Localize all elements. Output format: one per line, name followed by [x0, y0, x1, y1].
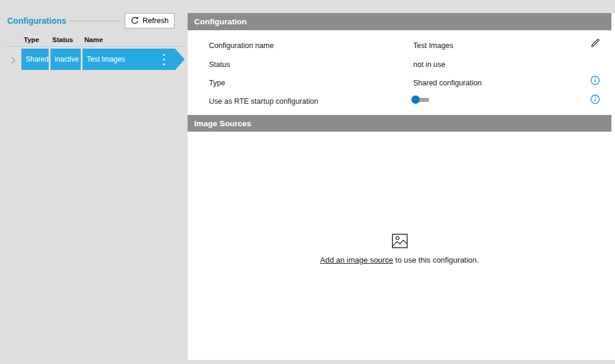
- refresh-label: Refresh: [142, 17, 169, 25]
- selection-arrow: [175, 49, 185, 70]
- pencil-icon: [590, 41, 600, 50]
- rte-info-button[interactable]: [590, 94, 600, 104]
- image-sources-section-header: Image Sources: [188, 115, 611, 132]
- column-header-name: Name: [84, 36, 103, 43]
- configurations-title: Configurations: [7, 16, 66, 25]
- image-sources-section-title: Image Sources: [194, 119, 251, 128]
- type-info-button[interactable]: [590, 75, 600, 85]
- image-sources-body: Add an image source to use this configur…: [188, 132, 615, 360]
- configuration-section-title: Configuration: [194, 17, 246, 26]
- row-name-label: Test Images: [87, 55, 125, 63]
- info-icon: [590, 78, 600, 87]
- configuration-section-header: Configuration: [188, 13, 611, 30]
- row-cell-status[interactable]: inactive: [50, 49, 81, 70]
- row-expander-chevron-icon[interactable]: [11, 56, 16, 63]
- add-image-source-link[interactable]: Add an image source: [320, 256, 393, 264]
- field-label-type: Type: [209, 79, 225, 87]
- field-label-rte-startup: Use as RTE startup configuration: [209, 97, 318, 106]
- empty-state: Add an image source to use this configur…: [188, 234, 611, 264]
- refresh-button[interactable]: Refresh: [125, 13, 175, 28]
- empty-state-text: Add an image source to use this configur…: [188, 256, 611, 264]
- configurations-panel: Configurations Refresh Type Status Name …: [0, 0, 188, 364]
- field-value-type: Shared configuration: [413, 79, 481, 87]
- table-header-divider: [5, 46, 185, 47]
- field-value-status: not in use: [413, 60, 445, 69]
- empty-state-suffix: to use this configuration.: [393, 256, 479, 264]
- app-window: { "colors": { "accent_blue_row": "#29a9e…: [0, 0, 615, 364]
- edit-name-button[interactable]: [590, 38, 600, 48]
- toggle-knob: [411, 95, 420, 104]
- detail-panel: Configuration Configuration name Test Im…: [188, 13, 615, 360]
- title-divider: [69, 21, 121, 21]
- field-label-configuration-name: Configuration name: [209, 41, 274, 50]
- image-placeholder-icon: [392, 234, 408, 251]
- rte-startup-toggle[interactable]: [411, 95, 429, 104]
- column-header-type: Type: [24, 36, 39, 43]
- field-value-configuration-name: Test Images: [413, 41, 453, 50]
- configuration-fields: Configuration name Test Images Status no…: [188, 30, 611, 115]
- row-cell-type[interactable]: Shared: [21, 49, 49, 70]
- field-label-status: Status: [209, 60, 230, 69]
- row-menu-kebab-icon[interactable]: [161, 54, 167, 65]
- info-icon: [590, 97, 600, 106]
- table-row: Shared inactive Test Images: [0, 49, 188, 70]
- refresh-icon: [131, 17, 139, 25]
- column-header-status: Status: [52, 36, 73, 43]
- row-cell-name[interactable]: Test Images: [83, 49, 175, 70]
